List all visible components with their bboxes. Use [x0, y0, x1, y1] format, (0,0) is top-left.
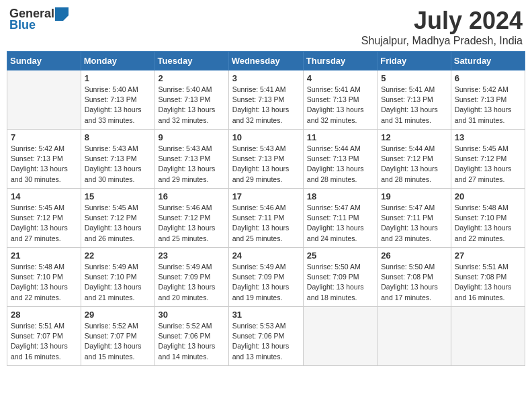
daylight-text: Daylight: 13 hours and 18 minutes.	[307, 283, 364, 301]
sunrise-text: Sunrise: 5:42 AM	[455, 85, 508, 93]
sunset-text: Sunset: 7:13 PM	[307, 154, 359, 163]
day-number: 30	[159, 310, 225, 320]
weekday-header: Sunday	[7, 52, 81, 71]
calendar-week-row: 7Sunrise: 5:42 AMSunset: 7:13 PMDaylight…	[7, 130, 525, 189]
day-number: 19	[381, 191, 447, 201]
day-info: Sunrise: 5:45 AMSunset: 7:12 PMDaylight:…	[85, 203, 151, 244]
day-number: 20	[455, 191, 521, 201]
sunset-text: Sunset: 7:10 PM	[85, 273, 137, 281]
sunrise-text: Sunrise: 5:52 AM	[159, 322, 212, 330]
day-number: 31	[232, 310, 300, 320]
daylight-text: Daylight: 13 hours and 24 minutes.	[307, 224, 364, 242]
day-number: 24	[232, 250, 300, 261]
sunset-text: Sunset: 7:08 PM	[381, 273, 433, 281]
sunset-text: Sunset: 7:13 PM	[11, 154, 63, 163]
day-number: 27	[455, 250, 521, 261]
day-info: Sunrise: 5:48 AMSunset: 7:10 PMDaylight:…	[11, 262, 77, 303]
weekday-header: Thursday	[303, 52, 377, 71]
sunset-text: Sunset: 7:11 PM	[307, 214, 359, 222]
sunset-text: Sunset: 7:13 PM	[159, 154, 211, 163]
logo-blue: Blue	[9, 18, 36, 32]
calendar-week-row: 28Sunrise: 5:51 AMSunset: 7:07 PMDayligh…	[7, 307, 525, 366]
daylight-text: Daylight: 13 hours and 32 minutes.	[232, 105, 290, 124]
sunset-text: Sunset: 7:10 PM	[455, 214, 507, 222]
logo-icon	[55, 7, 69, 21]
sunrise-text: Sunrise: 5:47 AM	[381, 203, 435, 212]
sunrise-text: Sunrise: 5:49 AM	[85, 263, 138, 271]
day-number: 25	[307, 250, 373, 261]
sunrise-text: Sunrise: 5:45 AM	[455, 144, 508, 152]
sunrise-text: Sunrise: 5:43 AM	[85, 144, 138, 152]
calendar-cell: 11Sunrise: 5:44 AMSunset: 7:13 PMDayligh…	[303, 130, 377, 189]
day-number: 16	[159, 191, 225, 201]
calendar-cell: 27Sunrise: 5:51 AMSunset: 7:08 PMDayligh…	[451, 248, 525, 307]
day-info: Sunrise: 5:50 AMSunset: 7:08 PMDaylight:…	[381, 262, 447, 303]
day-info: Sunrise: 5:41 AMSunset: 7:13 PMDaylight:…	[307, 85, 373, 126]
sunset-text: Sunset: 7:11 PM	[381, 214, 433, 222]
day-number: 15	[85, 191, 151, 201]
calendar-cell: 12Sunrise: 5:44 AMSunset: 7:12 PMDayligh…	[378, 130, 451, 189]
daylight-text: Daylight: 13 hours and 33 minutes.	[85, 105, 142, 124]
day-info: Sunrise: 5:44 AMSunset: 7:12 PMDaylight:…	[381, 144, 447, 185]
sunset-text: Sunset: 7:09 PM	[307, 273, 359, 281]
sunrise-text: Sunrise: 5:44 AM	[381, 144, 435, 152]
sunset-text: Sunset: 7:12 PM	[159, 214, 211, 222]
calendar-table: SundayMondayTuesdayWednesdayThursdayFrid…	[7, 51, 525, 366]
daylight-text: Daylight: 13 hours and 20 minutes.	[159, 283, 216, 301]
sunset-text: Sunset: 7:09 PM	[232, 273, 285, 281]
calendar-cell: 30Sunrise: 5:52 AMSunset: 7:06 PMDayligh…	[154, 307, 228, 366]
calendar-cell: 16Sunrise: 5:46 AMSunset: 7:12 PMDayligh…	[154, 189, 228, 248]
daylight-text: Daylight: 13 hours and 28 minutes.	[307, 165, 364, 183]
day-number: 9	[159, 132, 225, 142]
calendar-cell: 5Sunrise: 5:41 AMSunset: 7:13 PMDaylight…	[378, 71, 451, 130]
day-number: 21	[11, 250, 77, 261]
weekday-header: Tuesday	[154, 52, 228, 71]
sunrise-text: Sunrise: 5:41 AM	[232, 85, 286, 93]
day-info: Sunrise: 5:47 AMSunset: 7:11 PMDaylight:…	[307, 203, 373, 244]
day-number: 11	[307, 132, 373, 142]
weekday-header: Wednesday	[228, 52, 303, 71]
calendar-cell: 26Sunrise: 5:50 AMSunset: 7:08 PMDayligh…	[378, 248, 451, 307]
daylight-text: Daylight: 13 hours and 17 minutes.	[381, 283, 438, 301]
day-info: Sunrise: 5:52 AMSunset: 7:07 PMDaylight:…	[85, 321, 151, 362]
month-year-title: July 2024	[361, 7, 523, 35]
sunset-text: Sunset: 7:13 PM	[85, 95, 137, 103]
day-info: Sunrise: 5:46 AMSunset: 7:11 PMDaylight:…	[232, 203, 300, 244]
sunset-text: Sunset: 7:11 PM	[232, 214, 285, 222]
sunset-text: Sunset: 7:13 PM	[307, 95, 359, 103]
day-number: 8	[85, 132, 151, 142]
day-info: Sunrise: 5:45 AMSunset: 7:12 PMDaylight:…	[455, 144, 521, 185]
day-info: Sunrise: 5:49 AMSunset: 7:09 PMDaylight:…	[159, 262, 225, 303]
calendar-cell: 13Sunrise: 5:45 AMSunset: 7:12 PMDayligh…	[451, 130, 525, 189]
day-number: 3	[232, 73, 300, 83]
day-info: Sunrise: 5:45 AMSunset: 7:12 PMDaylight:…	[11, 203, 77, 244]
calendar-cell	[378, 307, 451, 366]
calendar-cell: 21Sunrise: 5:48 AMSunset: 7:10 PMDayligh…	[7, 248, 81, 307]
day-info: Sunrise: 5:49 AMSunset: 7:10 PMDaylight:…	[85, 262, 151, 303]
sunset-text: Sunset: 7:12 PM	[11, 214, 63, 222]
sunrise-text: Sunrise: 5:43 AM	[232, 144, 286, 152]
calendar-cell: 25Sunrise: 5:50 AMSunset: 7:09 PMDayligh…	[303, 248, 377, 307]
day-number: 14	[11, 191, 77, 201]
day-number: 29	[85, 310, 151, 320]
calendar-week-row: 21Sunrise: 5:48 AMSunset: 7:10 PMDayligh…	[7, 248, 525, 307]
calendar-cell: 8Sunrise: 5:43 AMSunset: 7:13 PMDaylight…	[81, 130, 154, 189]
daylight-text: Daylight: 13 hours and 30 minutes.	[11, 165, 68, 183]
day-number: 26	[381, 250, 447, 261]
daylight-text: Daylight: 13 hours and 27 minutes.	[11, 224, 68, 242]
weekday-header: Saturday	[451, 52, 525, 71]
day-number: 12	[381, 132, 447, 142]
sunrise-text: Sunrise: 5:40 AM	[85, 85, 138, 93]
day-info: Sunrise: 5:40 AMSunset: 7:13 PMDaylight:…	[85, 85, 151, 126]
daylight-text: Daylight: 13 hours and 15 minutes.	[85, 342, 142, 360]
daylight-text: Daylight: 13 hours and 32 minutes.	[159, 105, 216, 124]
calendar-cell: 9Sunrise: 5:43 AMSunset: 7:13 PMDaylight…	[154, 130, 228, 189]
sunrise-text: Sunrise: 5:44 AM	[307, 144, 361, 152]
day-info: Sunrise: 5:43 AMSunset: 7:13 PMDaylight:…	[85, 144, 151, 185]
daylight-text: Daylight: 13 hours and 28 minutes.	[381, 165, 438, 183]
calendar-cell	[303, 307, 377, 366]
daylight-text: Daylight: 13 hours and 31 minutes.	[381, 105, 438, 124]
title-section: July 2024 Shujalpur, Madhya Pradesh, Ind…	[361, 7, 523, 47]
day-number: 6	[455, 73, 521, 83]
sunrise-text: Sunrise: 5:43 AM	[159, 144, 212, 152]
